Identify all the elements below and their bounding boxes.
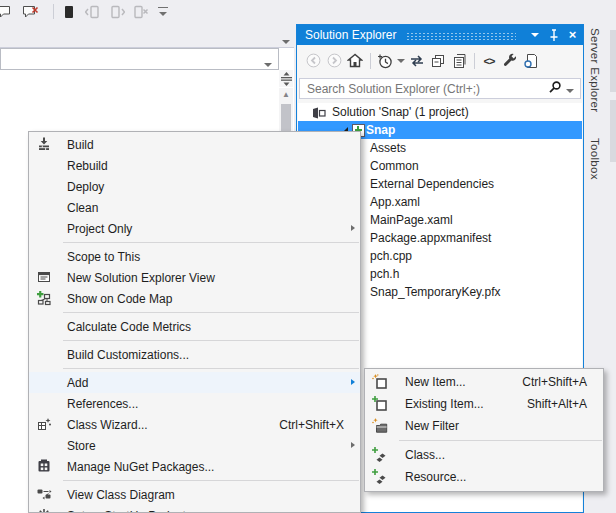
submenu-arrow-icon [351, 442, 355, 448]
window-position-icon[interactable] [526, 27, 543, 43]
tree-row-solution[interactable]: Solution 'Snap' (1 project) [298, 103, 582, 121]
menu-item-label: New Filter [405, 419, 459, 433]
navbar-caret-icon[interactable] [282, 33, 290, 47]
menu-item-project-only[interactable]: Project Only [29, 218, 360, 239]
menu-item-rebuild[interactable]: Rebuild [29, 155, 360, 176]
dropdown-caret-icon[interactable] [396, 52, 406, 70]
clear-bookmarks-icon[interactable] [132, 3, 150, 20]
menu-item-store[interactable]: Store [29, 435, 360, 456]
combo-caret-icon [264, 56, 272, 70]
menu-item-label: Set as StartUp Project [67, 509, 186, 513]
menu-item-label: Calculate Code Metrics [67, 320, 191, 334]
tree-row-label: Assets [370, 141, 406, 155]
menu-item-build[interactable]: Build [29, 134, 360, 155]
menu-item-label: Show on Code Map [67, 292, 172, 306]
startup-project-icon [36, 507, 52, 513]
submenu-item-new-filter[interactable]: New Filter [365, 415, 603, 437]
menu-separator [63, 480, 359, 481]
menu-item-set-as-startup-project[interactable]: Set as StartUp Project [29, 505, 360, 513]
toolbar-separator [53, 4, 54, 19]
collapse-all-icon[interactable] [428, 52, 448, 70]
pin-icon[interactable] [545, 27, 562, 43]
existing-item-icon [372, 396, 388, 412]
delete-comment-icon[interactable] [22, 3, 40, 20]
comment-icon[interactable] [0, 3, 13, 20]
class-wizard-icon [36, 416, 52, 432]
editor-splitter-handle[interactable] [279, 70, 293, 87]
rail-edge-block [610, 30, 616, 92]
submenu-arrow-icon [351, 225, 355, 231]
next-bookmark-icon[interactable] [108, 3, 126, 20]
menu-item-label: Deploy [67, 180, 104, 194]
search-input[interactable] [300, 82, 548, 96]
tree-row-label: pch.h [370, 267, 399, 281]
toolbar-separator [474, 53, 475, 69]
tree-row-label: MainPage.xaml [370, 213, 453, 227]
navigation-dropdown[interactable] [0, 48, 279, 70]
code-map-icon [36, 290, 52, 306]
previous-bookmark-icon[interactable] [84, 3, 102, 20]
menu-item-new-solution-explorer-view[interactable]: New Solution Explorer View [29, 267, 360, 288]
menu-item-label: Store [67, 439, 96, 453]
pending-changes-filter-icon[interactable] [375, 52, 395, 70]
menu-item-label: Add [67, 376, 88, 390]
preview-selected-items-icon[interactable] [521, 52, 541, 70]
menu-item-scope-to-this[interactable]: Scope to This [29, 246, 360, 267]
submenu-item-new-item[interactable]: New Item... Ctrl+Shift+A [365, 371, 603, 393]
menu-item-add[interactable]: Add [29, 372, 360, 393]
show-all-files-icon[interactable] [449, 52, 469, 70]
tree-row-label: Common [370, 159, 419, 173]
submenu-arrow-icon [351, 379, 355, 385]
menu-item-view-class-diagram[interactable]: View Class Diagram [29, 484, 360, 505]
scrollbar-up-icon[interactable]: ▲ [279, 90, 293, 99]
class-icon [372, 447, 388, 463]
project-context-menu: Build Rebuild Deploy Clean Project Only … [28, 131, 361, 513]
back-icon[interactable] [303, 52, 323, 70]
menu-item-label: View Class Diagram [67, 488, 175, 502]
build-icon [36, 136, 52, 152]
visual-studio-window: ▲ Solution Explorer × [0, 0, 616, 513]
home-icon[interactable] [345, 52, 365, 70]
search-icon[interactable] [548, 80, 562, 97]
tab-toolbox[interactable]: Toolbox [589, 138, 601, 180]
main-toolbar [0, 0, 616, 24]
menu-separator [63, 242, 359, 243]
menu-item-shortcut: Shift+Alt+A [499, 397, 587, 411]
menu-item-label: New Item... [405, 375, 466, 389]
submenu-item-resource[interactable]: Resource... [365, 466, 603, 488]
solution-explorer-titlebar[interactable]: Solution Explorer × [297, 25, 583, 45]
tree-row-label: pch.cpp [370, 249, 412, 263]
menu-item-calculate-code-metrics[interactable]: Calculate Code Metrics [29, 316, 360, 337]
menu-item-build-customizations[interactable]: Build Customizations... [29, 344, 360, 365]
view-code-icon[interactable]: <> [479, 52, 499, 70]
menu-item-label: References... [67, 397, 138, 411]
menu-item-label: Build Customizations... [67, 348, 189, 362]
search-options-caret-icon[interactable] [566, 82, 574, 96]
tree-row-label: Snap [366, 123, 395, 137]
panel-title: Solution Explorer [305, 28, 396, 42]
menu-item-references[interactable]: References... [29, 393, 360, 414]
toggle-bookmark-icon[interactable] [60, 3, 78, 20]
refresh-icon[interactable] [407, 52, 427, 70]
properties-wrench-icon[interactable] [500, 52, 520, 70]
search-box[interactable] [299, 78, 581, 99]
menu-item-label: Class Wizard... [67, 418, 148, 432]
tab-server-explorer[interactable]: Server Explorer [589, 28, 601, 112]
submenu-item-existing-item[interactable]: Existing Item... Shift+Alt+A [365, 393, 603, 415]
menu-item-show-on-code-map[interactable]: Show on Code Map [29, 288, 360, 309]
forward-icon[interactable] [324, 52, 344, 70]
menu-item-shortcut: Ctrl+Shift+A [494, 375, 587, 389]
toolbar-overflow-icon[interactable] [158, 7, 168, 17]
menu-item-clean[interactable]: Clean [29, 197, 360, 218]
menu-item-shortcut: Ctrl+Shift+X [251, 418, 344, 432]
menu-separator [399, 440, 602, 441]
close-icon[interactable]: × [564, 27, 581, 43]
rail-edge-block [610, 100, 616, 162]
tree-row-label: External Dependencies [370, 177, 494, 191]
submenu-item-class[interactable]: Class... [365, 444, 603, 466]
menu-item-deploy[interactable]: Deploy [29, 176, 360, 197]
menu-item-label: Existing Item... [405, 397, 484, 411]
tree-row-label: App.xaml [370, 195, 420, 209]
menu-item-manage-nuget-packages[interactable]: Manage NuGet Packages... [29, 456, 360, 477]
menu-item-class-wizard[interactable]: Class Wizard... Ctrl+Shift+X [29, 414, 360, 435]
